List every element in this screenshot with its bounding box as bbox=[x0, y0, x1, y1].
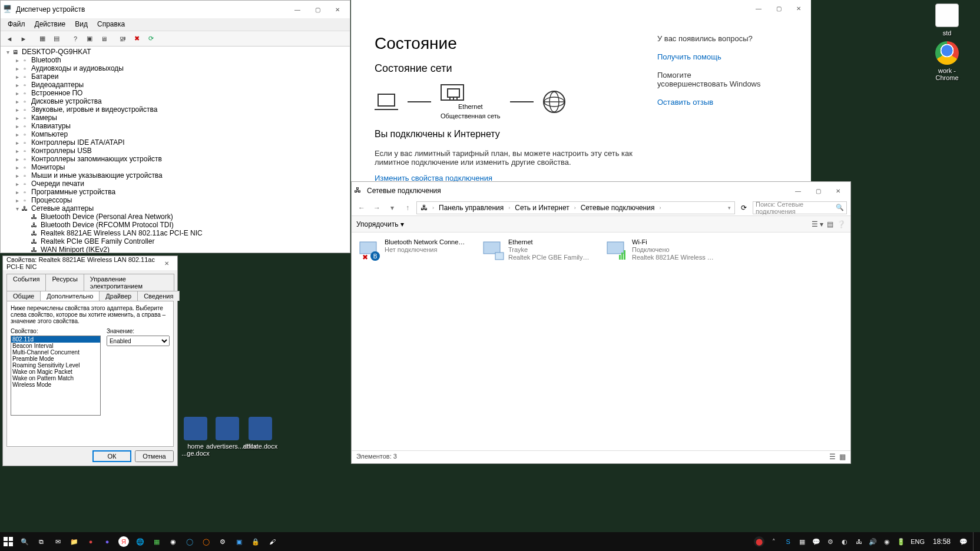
close-button[interactable]: ✕ bbox=[160, 257, 174, 269]
discord-icon[interactable]: 💬 bbox=[812, 537, 821, 546]
taskview-icon[interactable]: ⧉ bbox=[33, 532, 49, 551]
property-option[interactable]: Wake on Magic Packet bbox=[11, 369, 100, 375]
settings-gear-icon[interactable]: ⚙ bbox=[214, 532, 231, 551]
breadcrumb[interactable]: 🖧› Панель управления› Сеть и Интернет› С… bbox=[416, 201, 735, 214]
tree-device[interactable]: 🖧WAN Miniport (IKEv2) bbox=[3, 245, 347, 253]
nav-up-icon[interactable]: ↑ bbox=[401, 204, 414, 212]
close-button[interactable]: ✕ bbox=[828, 182, 848, 199]
nav-back-icon[interactable]: ← bbox=[355, 204, 368, 212]
tree-category[interactable]: ▸▫Дисковые устройства bbox=[3, 97, 347, 105]
nav-history-icon[interactable]: ▾ bbox=[386, 204, 399, 212]
toolbar-btn-4[interactable]: 🖥 bbox=[97, 32, 110, 45]
tree-category[interactable]: ▸▫Видеоадаптеры bbox=[3, 81, 347, 89]
tray-icon-5[interactable]: ◉ bbox=[882, 537, 892, 546]
battery-icon[interactable]: 🔋 bbox=[896, 537, 906, 546]
explorer-icon[interactable]: 📁 bbox=[66, 532, 82, 551]
tree-category[interactable]: ▸▫Мониторы bbox=[3, 163, 347, 171]
maximize-button[interactable]: ▢ bbox=[769, 0, 789, 16]
toolbar-btn-3[interactable]: ▣ bbox=[83, 32, 96, 45]
update-icon[interactable]: ⟳ bbox=[144, 32, 157, 45]
tree-device[interactable]: 🖧Bluetooth Device (Personal Area Network… bbox=[3, 213, 347, 221]
start-button[interactable] bbox=[0, 532, 16, 551]
chevron-down-icon[interactable]: ▾ bbox=[727, 205, 732, 211]
devmgr-titlebar[interactable]: 🖥️ Диспетчер устройств — ▢ ✕ bbox=[1, 1, 350, 18]
maximize-button[interactable]: ▢ bbox=[307, 1, 327, 18]
mail-icon[interactable]: ✉ bbox=[49, 532, 66, 551]
chevron-up-icon[interactable]: ˄ bbox=[769, 537, 779, 546]
viber-icon[interactable]: ● bbox=[99, 532, 115, 551]
tree-device[interactable]: 🖧Bluetooth Device (RFCOMM Protocol TDI) bbox=[3, 221, 347, 229]
tree-network-adapters[interactable]: ▾🖧 Сетевые адаптеры bbox=[3, 204, 347, 213]
scan-icon[interactable]: 🖳 bbox=[116, 32, 129, 45]
tree-category[interactable]: ▸▫Процессоры bbox=[3, 196, 347, 204]
tree-category[interactable]: ▸▫Камеры bbox=[3, 114, 347, 122]
app-icon-6[interactable]: 🖌 bbox=[264, 532, 280, 551]
back-icon[interactable]: ◄ bbox=[3, 32, 16, 45]
view-tiles-icon[interactable]: ▦ bbox=[839, 453, 846, 462]
desktop-icon-word-3[interactable]: affilate.docx bbox=[239, 417, 282, 450]
property-option[interactable]: Preamble Mode bbox=[11, 356, 100, 362]
menu-file[interactable]: Файл bbox=[3, 18, 30, 31]
tree-root[interactable]: ▾🖥 DESKTOP-QG9HKAT bbox=[3, 48, 347, 56]
property-option[interactable]: Wireless Mode bbox=[11, 381, 100, 388]
props-titlebar[interactable]: Свойства: Realtek 8821AE Wireless LAN 80… bbox=[3, 256, 177, 270]
network-icon[interactable]: 🖧 bbox=[854, 537, 863, 546]
feedback-link[interactable]: Оставить отзыв bbox=[657, 98, 763, 107]
chrome-icon[interactable]: 🌐 bbox=[132, 532, 148, 551]
connection-bluetooth[interactable]: B✖ Bluetooth Network Connection Нет подк… bbox=[357, 238, 469, 262]
property-listbox[interactable]: 802.11dBeacon IntervalMulti-Channel Conc… bbox=[11, 336, 101, 416]
nav-forward-icon[interactable]: → bbox=[370, 204, 383, 212]
tree-category[interactable]: ▸▫Аудиовходы и аудиовыходы bbox=[3, 64, 347, 72]
tab-events[interactable]: События bbox=[6, 274, 46, 291]
tree-category[interactable]: ▸▫Встроенное ПО bbox=[3, 89, 347, 97]
menu-action[interactable]: Действие bbox=[30, 18, 71, 31]
search-input[interactable]: Поиск: Сетевые подключения🔍 bbox=[753, 201, 847, 214]
organize-button[interactable]: Упорядочить ▾ bbox=[356, 220, 404, 228]
desktop-icon-std[interactable]: std bbox=[926, 4, 968, 36]
tab-details[interactable]: Сведения bbox=[137, 291, 180, 301]
property-option[interactable]: Roaming Sensitivity Level bbox=[11, 362, 100, 369]
preview-pane-icon[interactable]: ▤ bbox=[827, 220, 833, 228]
menu-view[interactable]: Вид bbox=[70, 18, 92, 31]
action-center-icon[interactable]: 💬 bbox=[959, 537, 968, 546]
skype-icon[interactable]: S bbox=[783, 537, 793, 546]
forward-icon[interactable]: ► bbox=[17, 32, 30, 45]
netconn-titlebar[interactable]: 🖧 Сетевые подключения — ▢ ✕ bbox=[352, 182, 850, 200]
tab-resources[interactable]: Ресурсы bbox=[45, 274, 84, 291]
minimize-button[interactable]: — bbox=[788, 182, 808, 199]
tree-category[interactable]: ▸▫Звуковые, игровые и видеоустройства bbox=[3, 105, 347, 114]
maximize-button[interactable]: ▢ bbox=[808, 182, 828, 199]
disable-icon[interactable]: ✖ bbox=[130, 32, 143, 45]
edge-icon[interactable]: ◯ bbox=[181, 532, 198, 551]
get-help-link[interactable]: Получить помощь bbox=[657, 52, 763, 61]
help-icon[interactable]: ❔ bbox=[837, 220, 846, 228]
tree-category[interactable]: ▸▫Контроллеры USB bbox=[3, 147, 347, 155]
property-option[interactable]: Beacon Interval bbox=[11, 343, 100, 349]
tree-device[interactable]: 🖧Realtek 8821AE Wireless LAN 802.11ac PC… bbox=[3, 229, 347, 237]
search-icon[interactable]: 🔍 bbox=[16, 532, 33, 551]
connection-ethernet[interactable]: Ethernet Trayke Realtek PCIe GBE Family … bbox=[481, 238, 593, 262]
clock[interactable]: 18:58 bbox=[929, 537, 954, 546]
device-tree[interactable]: ▾🖥 DESKTOP-QG9HKAT ▸▫Bluetooth▸▫Аудиовхо… bbox=[1, 47, 350, 253]
desktop-icon-chrome[interactable]: work - Chrome bbox=[926, 41, 968, 81]
property-option[interactable]: Wake on Pattern Match bbox=[11, 375, 100, 381]
steam-icon[interactable]: ◉ bbox=[165, 532, 181, 551]
tree-category[interactable]: ▸▫Программные устройства bbox=[3, 188, 347, 196]
volume-icon[interactable]: 🔊 bbox=[868, 537, 878, 546]
app-icon-1[interactable]: ● bbox=[82, 532, 99, 551]
connection-wifi[interactable]: Wi-Fi Подключено Realtek 8821AE Wireless… bbox=[605, 238, 717, 262]
tree-category[interactable]: ▸▫Bluetooth bbox=[3, 56, 347, 64]
settings-titlebar[interactable]: — ▢ ✕ bbox=[351, 0, 811, 16]
minimize-button[interactable]: — bbox=[287, 1, 307, 18]
value-select[interactable]: Enabled bbox=[107, 336, 170, 346]
minimize-button[interactable]: — bbox=[749, 0, 769, 16]
tree-device[interactable]: 🖧Realtek PCIe GBE Family Controller bbox=[3, 237, 347, 245]
language-indicator[interactable]: ENG bbox=[911, 538, 925, 545]
tray-icon-1[interactable]: ⬤ bbox=[754, 536, 764, 547]
tree-category[interactable]: ▸▫Контроллеры IDE ATA/ATAPI bbox=[3, 138, 347, 147]
yandex-icon[interactable]: Я bbox=[118, 536, 129, 547]
app-icon-2[interactable]: ▦ bbox=[148, 532, 165, 551]
tray-icon-2[interactable]: ▦ bbox=[797, 537, 807, 546]
view-details-icon[interactable]: ☰ bbox=[829, 453, 836, 462]
help-icon[interactable]: ? bbox=[69, 32, 82, 45]
